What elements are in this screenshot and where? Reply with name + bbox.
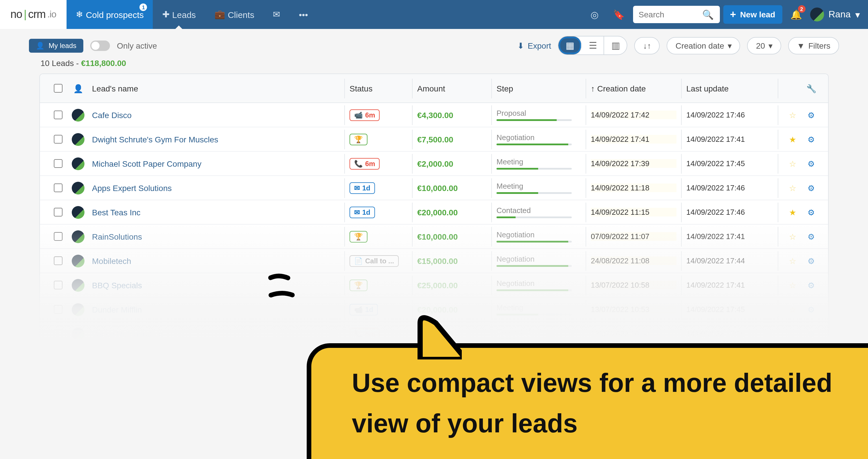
row-checkbox[interactable]: [54, 329, 62, 338]
trophy-icon: 🏆: [354, 281, 363, 289]
row-checkbox[interactable]: [54, 111, 62, 119]
only-active-toggle[interactable]: [90, 40, 110, 51]
star-toggle[interactable]: ☆: [789, 110, 797, 120]
col-status[interactable]: Status: [349, 84, 407, 93]
envelope-icon: ✉: [273, 9, 280, 20]
nav-bookmark[interactable]: 🔖: [609, 4, 629, 25]
my-leads-pill[interactable]: 👤 My leads: [29, 38, 83, 52]
row-checkbox[interactable]: [54, 183, 62, 192]
video-icon: 📹: [354, 111, 363, 119]
lead-name-link[interactable]: Cafe Disco: [92, 110, 132, 120]
row-settings[interactable]: ⚙: [808, 280, 815, 290]
bookmark-icon: 🔖: [613, 9, 625, 20]
row-settings[interactable]: ⚙: [808, 256, 815, 265]
col-last-update[interactable]: Last update: [686, 84, 773, 93]
lead-name-link[interactable]: Michael Scott Paper Company: [92, 159, 202, 168]
row-settings[interactable]: ⚙: [808, 305, 815, 314]
view-list[interactable]: ☰: [582, 36, 604, 54]
lead-name-link[interactable]: Apps Expert Solutions: [92, 183, 172, 192]
col-amount[interactable]: Amount: [417, 84, 487, 93]
nav-mail[interactable]: ✉: [264, 0, 290, 29]
step-cell: Negotiation: [496, 279, 581, 291]
row-settings[interactable]: ⚙: [808, 183, 815, 192]
update-date-cell: 14/09/2022 17:44: [686, 256, 773, 265]
col-creation-date[interactable]: ↑ Creation date: [591, 84, 677, 93]
lead-name-link[interactable]: Vance Refrigeration: [92, 329, 163, 338]
nav-leads[interactable]: ✚ Leads: [153, 0, 205, 29]
notif-badge: 2: [798, 5, 806, 13]
callout-text: Use compact views for a more detailed vi…: [352, 368, 832, 438]
col-name[interactable]: Lead's name: [89, 84, 340, 93]
page-size[interactable]: 20 ▾: [747, 37, 781, 54]
row-checkbox[interactable]: [54, 232, 62, 241]
row-settings[interactable]: ⚙: [808, 329, 815, 338]
filters-button[interactable]: ▼ Filters: [788, 37, 839, 54]
notifications[interactable]: 🔔 2: [786, 4, 807, 25]
update-date-cell: 14/09/2022 17:36: [686, 329, 773, 338]
select-all-checkbox[interactable]: [54, 84, 62, 93]
user-menu[interactable]: Rana ▾: [810, 7, 860, 22]
star-toggle[interactable]: ☆: [789, 159, 797, 168]
lead-name-link[interactable]: Best Teas Inc: [92, 208, 141, 217]
new-lead-button[interactable]: + New lead: [723, 5, 782, 24]
star-toggle[interactable]: ★: [789, 208, 797, 217]
lead-name-link[interactable]: RainSolutions: [92, 232, 142, 241]
wrench-icon[interactable]: 🔧: [806, 84, 816, 93]
creation-date-cell: 14/09/2022 17:42: [591, 111, 677, 119]
row-settings[interactable]: ⚙: [808, 159, 815, 168]
list-icon: ☰: [589, 40, 597, 51]
step-cell: Meeting: [496, 182, 581, 194]
table-row: Apps Expert Solutions ✉ 1d €10,000.00 Me…: [40, 176, 828, 200]
lead-avatar: [72, 279, 85, 292]
user-icon: 👤: [36, 41, 44, 50]
search-input[interactable]: [639, 10, 702, 19]
export-button[interactable]: ⬇ Export: [517, 41, 551, 50]
nav-clients[interactable]: 💼 Clients: [205, 0, 264, 29]
row-settings[interactable]: ⚙: [808, 232, 815, 241]
star-toggle[interactable]: ☆: [789, 232, 797, 241]
lead-avatar: [72, 254, 85, 267]
col-step[interactable]: Step: [496, 84, 581, 93]
top-navbar: no|crm.io ❄ Cold prospects 1 ✚ Leads 💼 C…: [0, 0, 868, 29]
nav-cold-prospects[interactable]: ❄ Cold prospects 1: [66, 0, 153, 29]
star-toggle[interactable]: ☆: [789, 183, 797, 192]
row-settings[interactable]: ⚙: [808, 110, 815, 120]
row-checkbox[interactable]: [54, 281, 62, 289]
row-checkbox[interactable]: [54, 208, 62, 216]
filter-icon: ▼: [797, 41, 805, 50]
lead-name-link[interactable]: Dunder Mifflin: [92, 305, 142, 314]
sort-asc-icon: ↑: [591, 84, 595, 93]
view-compact[interactable]: ▦: [559, 36, 582, 54]
star-toggle[interactable]: ☆: [789, 305, 797, 314]
nav-goals[interactable]: ◎: [584, 4, 605, 25]
nav-more[interactable]: •••: [290, 0, 317, 29]
lead-name-link[interactable]: BBQ Specials: [92, 280, 142, 290]
search-icon[interactable]: 🔍: [702, 9, 714, 20]
callout: Use compact views for a more detailed vi…: [307, 343, 868, 459]
lead-avatar: [72, 206, 85, 218]
star-toggle[interactable]: ☆: [789, 329, 797, 338]
creation-date-cell: 13/07/2022 10:50: [591, 329, 677, 338]
lead-name-link[interactable]: Dwight Schrute's Gym For Muscles: [92, 134, 218, 144]
summary-line: 10 Leads - €118,800.00: [0, 55, 868, 73]
star-toggle[interactable]: ☆: [789, 256, 797, 265]
logo[interactable]: no|crm.io: [0, 0, 66, 29]
row-settings[interactable]: ⚙: [808, 134, 815, 144]
view-pipeline[interactable]: ▥: [604, 36, 627, 54]
creation-date-cell: 14/09/2022 17:39: [591, 159, 677, 168]
sort-field[interactable]: Creation date ▾: [667, 37, 740, 54]
target-icon: ✚: [162, 9, 170, 20]
search-box[interactable]: 🔍: [633, 6, 720, 23]
row-settings[interactable]: ⚙: [808, 208, 815, 217]
row-checkbox[interactable]: [54, 159, 62, 168]
sort-direction[interactable]: ↓↑: [634, 37, 660, 54]
trophy-icon: 🏆: [354, 233, 363, 241]
row-checkbox[interactable]: [54, 305, 62, 314]
star-toggle[interactable]: ★: [789, 134, 797, 144]
star-toggle[interactable]: ☆: [789, 280, 797, 290]
bars-icon: ▥: [611, 40, 620, 51]
mail-icon: ✉: [354, 208, 360, 216]
lead-name-link[interactable]: Mobiletech: [92, 256, 131, 265]
row-checkbox[interactable]: [54, 256, 62, 265]
row-checkbox[interactable]: [54, 135, 62, 144]
